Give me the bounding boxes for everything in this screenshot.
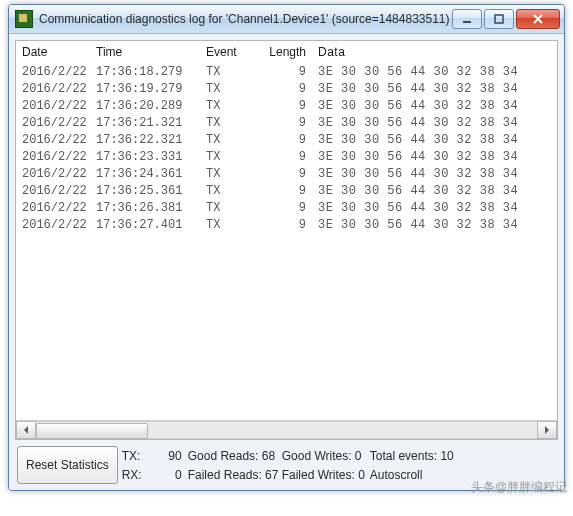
window-buttons (452, 9, 560, 29)
cell-date: 2016/2/22 (22, 116, 96, 130)
cell-date: 2016/2/22 (22, 99, 96, 113)
cell-length: 9 (256, 201, 318, 215)
scroll-right-button[interactable] (537, 421, 557, 439)
cell-event: TX (206, 218, 256, 232)
cell-data: 3E 30 30 56 44 30 32 38 34 (318, 150, 551, 164)
cell-time: 17:36:27.401 (96, 218, 206, 232)
scroll-thumb[interactable] (36, 423, 148, 439)
failed-writes-label: Failed Writes: (282, 468, 355, 482)
scroll-left-button[interactable] (16, 421, 36, 439)
maximize-icon (493, 13, 505, 25)
cell-length: 9 (256, 133, 318, 147)
cell-event: TX (206, 167, 256, 181)
good-reads: Good Reads: 68 (188, 449, 282, 463)
cell-data: 3E 30 30 56 44 30 32 38 34 (318, 133, 551, 147)
titlebar[interactable]: Communication diagnostics log for 'Chann… (9, 5, 564, 34)
rx-value: 0 (148, 468, 188, 482)
window-title: Communication diagnostics log for 'Chann… (39, 12, 452, 26)
minimize-icon (461, 13, 473, 25)
chevron-right-icon (543, 426, 551, 434)
failed-writes: Failed Writes: 0 (282, 468, 370, 482)
cell-data: 3E 30 30 56 44 30 32 38 34 (318, 201, 551, 215)
cell-length: 9 (256, 65, 318, 79)
cell-date: 2016/2/22 (22, 167, 96, 181)
table-row[interactable]: 2016/2/2217:36:22.321TX93E 30 30 56 44 3… (16, 131, 557, 148)
failed-reads-label: Failed Reads: (188, 468, 262, 482)
grid-body: 2016/2/2217:36:18.279TX93E 30 30 56 44 3… (16, 63, 557, 233)
good-writes-value: 0 (355, 449, 362, 463)
cell-data: 3E 30 30 56 44 30 32 38 34 (318, 82, 551, 96)
rx-label: RX: (122, 468, 148, 482)
total-events-label: Total events: (370, 449, 437, 463)
horizontal-scrollbar[interactable] (16, 420, 557, 439)
table-row[interactable]: 2016/2/2217:36:27.401TX93E 30 30 56 44 3… (16, 216, 557, 233)
cell-date: 2016/2/22 (22, 65, 96, 79)
scroll-track[interactable] (36, 421, 537, 439)
failed-writes-value: 0 (358, 468, 365, 482)
good-writes: Good Writes: 0 (282, 449, 370, 463)
cell-time: 17:36:26.381 (96, 201, 206, 215)
tx-value: 90 (148, 449, 188, 463)
cell-event: TX (206, 65, 256, 79)
cell-time: 17:36:23.331 (96, 150, 206, 164)
table-row[interactable]: 2016/2/2217:36:26.381TX93E 30 30 56 44 3… (16, 199, 557, 216)
cell-length: 9 (256, 82, 318, 96)
good-reads-value: 68 (262, 449, 275, 463)
table-row[interactable]: 2016/2/2217:36:23.331TX93E 30 30 56 44 3… (16, 148, 557, 165)
cell-length: 9 (256, 116, 318, 130)
cell-length: 9 (256, 184, 318, 198)
status-bar: Reset Statistics TX: 90 Good Reads: 68 G… (15, 440, 558, 486)
table-row[interactable]: 2016/2/2217:36:18.279TX93E 30 30 56 44 3… (16, 63, 557, 80)
cell-event: TX (206, 184, 256, 198)
cell-data: 3E 30 30 56 44 30 32 38 34 (318, 184, 551, 198)
cell-data: 3E 30 30 56 44 30 32 38 34 (318, 167, 551, 181)
cell-time: 17:36:25.361 (96, 184, 206, 198)
cell-time: 17:36:24.361 (96, 167, 206, 181)
cell-event: TX (206, 201, 256, 215)
cell-date: 2016/2/22 (22, 133, 96, 147)
diagnostics-window: Communication diagnostics log for 'Chann… (8, 4, 565, 491)
cell-data: 3E 30 30 56 44 30 32 38 34 (318, 99, 551, 113)
col-time[interactable]: Time (96, 45, 206, 59)
tx-label: TX: (122, 449, 148, 463)
cell-length: 9 (256, 150, 318, 164)
log-grid: Date Time Event Length Data 2016/2/2217:… (15, 40, 558, 440)
cell-event: TX (206, 150, 256, 164)
close-button[interactable] (516, 9, 560, 29)
col-data[interactable]: Data (318, 45, 551, 59)
table-row[interactable]: 2016/2/2217:36:21.321TX93E 30 30 56 44 3… (16, 114, 557, 131)
table-row[interactable]: 2016/2/2217:36:19.279TX93E 30 30 56 44 3… (16, 80, 557, 97)
cell-time: 17:36:20.289 (96, 99, 206, 113)
total-events: Total events: 10 (370, 449, 470, 463)
svg-rect-0 (463, 21, 471, 23)
col-event[interactable]: Event (206, 45, 256, 59)
cell-time: 17:36:22.321 (96, 133, 206, 147)
svg-rect-1 (495, 15, 503, 23)
table-row[interactable]: 2016/2/2217:36:24.361TX93E 30 30 56 44 3… (16, 165, 557, 182)
table-row[interactable]: 2016/2/2217:36:20.289TX93E 30 30 56 44 3… (16, 97, 557, 114)
minimize-button[interactable] (452, 9, 482, 29)
col-length[interactable]: Length (256, 45, 318, 59)
reset-statistics-button[interactable]: Reset Statistics (17, 446, 118, 484)
close-icon (532, 13, 544, 25)
cell-event: TX (206, 116, 256, 130)
cell-time: 17:36:18.279 (96, 65, 206, 79)
cell-date: 2016/2/22 (22, 82, 96, 96)
cell-time: 17:36:21.321 (96, 116, 206, 130)
good-writes-label: Good Writes: (282, 449, 352, 463)
cell-length: 9 (256, 167, 318, 181)
cell-length: 9 (256, 99, 318, 113)
table-row[interactable]: 2016/2/2217:36:25.361TX93E 30 30 56 44 3… (16, 182, 557, 199)
maximize-button[interactable] (484, 9, 514, 29)
cell-date: 2016/2/22 (22, 218, 96, 232)
cell-length: 9 (256, 218, 318, 232)
autoscroll-label[interactable]: Autoscroll (370, 468, 470, 482)
grid-header: Date Time Event Length Data (16, 41, 557, 63)
cell-event: TX (206, 133, 256, 147)
cell-date: 2016/2/22 (22, 201, 96, 215)
col-date[interactable]: Date (22, 45, 96, 59)
cell-time: 17:36:19.279 (96, 82, 206, 96)
failed-reads: Failed Reads: 67 (188, 468, 282, 482)
statistics-grid: TX: 90 Good Reads: 68 Good Writes: 0 Tot… (122, 446, 556, 484)
client-area: Date Time Event Length Data 2016/2/2217:… (9, 34, 564, 490)
